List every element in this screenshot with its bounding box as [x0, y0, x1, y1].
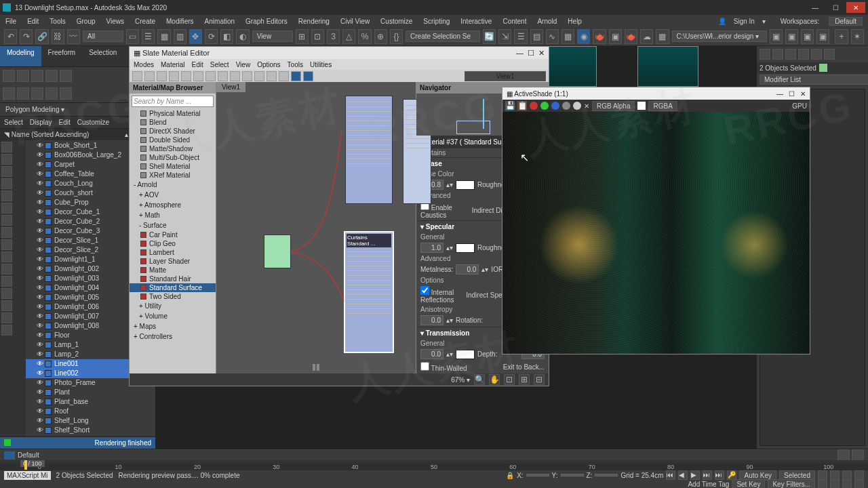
cat-controllers[interactable]: + Controllers	[130, 331, 216, 342]
rbtn-9[interactable]	[45, 87, 58, 100]
as-clear-icon[interactable]: ✕	[584, 102, 589, 110]
filter-icon[interactable]	[1, 251, 12, 262]
tb-plus-icon[interactable]: +	[835, 29, 848, 44]
surface-item[interactable]: Standard Hair	[130, 274, 216, 283]
surface-item[interactable]: Lambert	[130, 248, 216, 257]
slate-tb-icon[interactable]	[303, 71, 313, 81]
modify-tab-icon[interactable]	[772, 49, 783, 60]
scene-item[interactable]: 👁Shelf_Short	[26, 426, 155, 435]
slate-tb-icon[interactable]	[205, 71, 216, 81]
utilities-tab-icon[interactable]	[824, 49, 835, 60]
render-button[interactable]: 🫖	[625, 29, 637, 44]
rbtn-1[interactable]	[3, 70, 15, 82]
open-autodesk-button[interactable]: ▦	[656, 29, 669, 44]
menu-civil-view[interactable]: Civil View	[335, 18, 375, 25]
node-preview[interactable]	[264, 235, 291, 268]
time-marker[interactable]	[24, 460, 27, 470]
green-dot-icon[interactable]	[540, 102, 549, 110]
play-back-icon[interactable]: ◀	[678, 470, 688, 480]
as-save-icon[interactable]: 💾	[505, 101, 515, 110]
rbtn-3[interactable]	[31, 70, 43, 82]
tab-selection[interactable]: Selection	[82, 46, 123, 66]
material-item[interactable]: Shell Material	[130, 162, 216, 171]
editnamed-button[interactable]: {}	[390, 29, 403, 44]
material-item[interactable]: Physical Material	[130, 109, 216, 118]
slate-tb-icon[interactable]	[242, 71, 252, 81]
viewport-thumb-2[interactable]	[637, 46, 698, 87]
material-item[interactable]: Matte/Shadow	[130, 144, 216, 153]
trans-color-swatch[interactable]	[456, 350, 475, 359]
placement-button[interactable]: ◐	[236, 29, 249, 44]
menu-views[interactable]: Views	[101, 18, 130, 25]
slate-tb-icon[interactable]	[144, 71, 155, 81]
modifier-list-dropdown[interactable]: Modifier List	[760, 75, 868, 85]
bind-button[interactable]: 〰	[67, 29, 80, 44]
select-button[interactable]: ▭	[126, 29, 139, 44]
surface-item[interactable]: Two Sided	[130, 292, 216, 301]
rendered-frame-button[interactable]: ▣	[609, 29, 622, 44]
y-input[interactable]	[561, 474, 584, 476]
menu-scripting[interactable]: Scripting	[418, 18, 455, 25]
nav-icon[interactable]	[842, 479, 852, 488]
menu-customize[interactable]: Customize	[375, 18, 418, 25]
selection-color-swatch[interactable]	[819, 64, 827, 72]
format-dropdown[interactable]: RGBA	[648, 101, 677, 111]
menu-edit[interactable]: Edit	[22, 18, 44, 25]
filter-icon[interactable]	[1, 203, 12, 214]
slate-menu-modes[interactable]: Modes	[134, 61, 154, 68]
time-slider[interactable]: 0 / 100	[0, 460, 868, 464]
slate-menu-view[interactable]: View	[236, 61, 251, 68]
nav-icon[interactable]	[818, 479, 827, 488]
filter-icon[interactable]	[1, 276, 12, 287]
scene-menu-display[interactable]: Display	[30, 119, 52, 126]
slate-tb-icon[interactable]	[157, 71, 167, 81]
b-icon[interactable]	[837, 449, 850, 462]
slate-title-bar[interactable]: ▦ Slate Material Editor — ☐ ✕	[130, 47, 549, 59]
lock-icon[interactable]: 🔒	[506, 472, 514, 479]
rbtn-7[interactable]	[17, 87, 29, 100]
menu-content[interactable]: Content	[497, 18, 532, 25]
maximize-button[interactable]: ☐	[826, 2, 845, 13]
play-prev-icon[interactable]: ⏮	[666, 470, 675, 480]
slate-tb-icon[interactable]	[254, 71, 264, 81]
menu-arnold[interactable]: Arnold	[532, 18, 562, 25]
material-item[interactable]: DirectX Shader	[130, 127, 216, 136]
slate-tb-icon[interactable]	[181, 71, 191, 81]
create-tab-icon[interactable]	[760, 49, 770, 60]
scene-menu-edit[interactable]: Edit	[59, 119, 71, 126]
nav-icon[interactable]	[854, 479, 864, 488]
slate-view-dropdown[interactable]: View1	[465, 71, 546, 81]
project-path-dropdown[interactable]: C:\Users\Wł...erior design ▾	[672, 30, 767, 42]
trans-weight-input[interactable]: 0.0	[420, 349, 443, 359]
slate-menu-utilities[interactable]: Utilities	[310, 61, 332, 68]
slate-tb-icon[interactable]	[132, 71, 142, 81]
minimize-button[interactable]: —	[806, 2, 825, 13]
filter-icon[interactable]	[1, 142, 12, 152]
activeshade-title-bar[interactable]: ▦ ActiveShade (1:1) — ☐ ✕	[502, 87, 810, 100]
toggle-ribbon-button[interactable]: ▤	[530, 29, 543, 44]
curve-editor-button[interactable]: ∿	[546, 29, 559, 44]
select-name-button[interactable]: ☰	[142, 29, 155, 44]
slate-tb-icon[interactable]	[267, 71, 277, 81]
filter-icon[interactable]	[1, 312, 12, 323]
cat-maps[interactable]: + Maps	[130, 321, 216, 331]
display-tab-icon[interactable]	[811, 49, 822, 60]
surface-item[interactable]: Standard Surface	[130, 283, 216, 292]
link-button[interactable]: 🔗	[35, 29, 48, 44]
manip-button[interactable]: ⊡	[311, 29, 324, 44]
tb-star-icon[interactable]: ✶	[851, 29, 864, 44]
material-item[interactable]: Multi/Sub-Object	[130, 153, 216, 162]
cat-surface[interactable]: - Surface	[130, 220, 216, 230]
schematic-button[interactable]: ▦	[561, 29, 574, 44]
filter-icon[interactable]	[1, 154, 12, 165]
filter-icon[interactable]	[1, 325, 12, 336]
as-max-button[interactable]: ☐	[789, 90, 795, 98]
z-input[interactable]	[595, 474, 618, 476]
scene-item[interactable]: 👁Roof	[26, 407, 155, 416]
tab-modeling[interactable]: Modeling	[0, 46, 41, 66]
menu-group[interactable]: Group	[71, 18, 101, 25]
close-button[interactable]: ✕	[846, 2, 865, 13]
channel-dropdown[interactable]: RGB Alpha	[592, 101, 635, 111]
scale-button[interactable]: ◧	[220, 29, 233, 44]
cat-aov[interactable]: + AOV	[130, 190, 216, 200]
